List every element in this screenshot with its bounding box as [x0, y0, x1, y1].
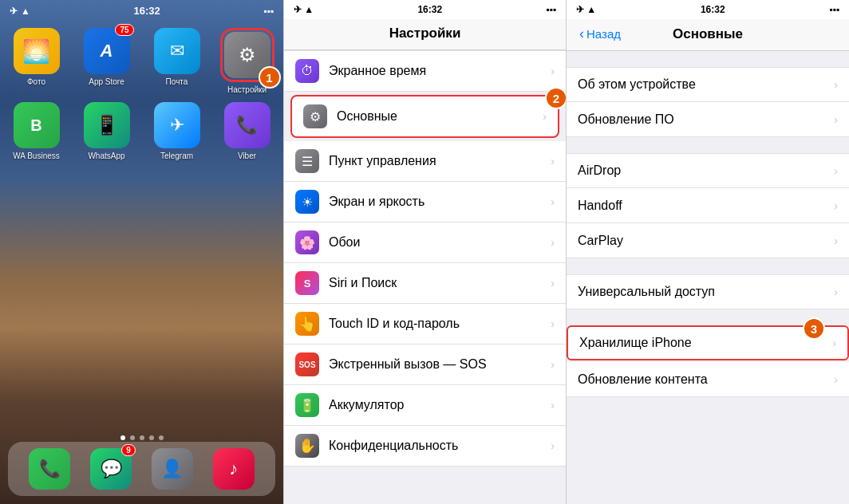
siri-label: Siri и Поиск: [329, 276, 551, 290]
photos-label: Фото: [27, 77, 45, 86]
basic-chevron: ›: [543, 110, 547, 123]
viber-label: Viber: [238, 152, 256, 160]
telegram-icon: ✈: [154, 102, 200, 148]
status-battery-p2: ▪▪▪: [546, 4, 556, 15]
settings-row-screentime[interactable]: ⏱ Экранное время ›: [284, 50, 566, 92]
app-appstore[interactable]: A 75 App Store: [79, 28, 135, 94]
control-label: Пункт управления: [329, 154, 551, 168]
dot-1: [120, 435, 125, 440]
display-chevron: ›: [551, 195, 555, 208]
phone-icon: 📞: [29, 448, 70, 490]
music-icon: ♪: [213, 448, 255, 490]
wallpaper-icon: 🌸: [295, 230, 319, 254]
update-label: Обновление ПО: [578, 112, 834, 127]
detail-row-handoff[interactable]: Handoff ›: [567, 188, 849, 223]
basic-label: Основные: [337, 109, 543, 124]
status-bar-panel2: ✈ ▲ 16:32 ▪▪▪: [284, 0, 566, 19]
app-telegram[interactable]: ✈ Telegram: [149, 102, 205, 160]
appstore-badge: 75: [115, 24, 133, 36]
update-chevron: ›: [834, 113, 838, 126]
settings-nav-bar: Настройки: [284, 19, 566, 50]
detail-row-accessibility[interactable]: Универсальный доступ ›: [567, 274, 849, 309]
dock-music[interactable]: ♪: [213, 448, 255, 490]
page-dots: [0, 435, 283, 440]
app-grid-row1: 🌅 Фото A 75 App Store ✉ Почта ⚙: [0, 20, 283, 102]
carplay-chevron: ›: [834, 234, 838, 247]
settings-row-basic[interactable]: ⚙ Основные ›: [290, 95, 559, 138]
basic-title: Основные: [673, 26, 743, 42]
back-chevron-icon: ‹: [579, 26, 584, 42]
storage-label: Хранилище iPhone: [579, 336, 832, 350]
messages-icon: 💬 9: [90, 448, 132, 490]
app-photos[interactable]: 🌅 Фото: [9, 28, 65, 94]
display-label: Экран и яркость: [329, 195, 551, 209]
dot-3: [140, 435, 144, 440]
status-right-icons: ▪▪▪: [263, 6, 274, 17]
wallpaper-label: Обои: [329, 235, 551, 250]
app-settings[interactable]: ⚙ 1 Настройки: [219, 28, 275, 94]
detail-row-update-content[interactable]: Обновление контента ›: [567, 362, 849, 397]
about-chevron: ›: [834, 78, 838, 91]
settings-row-wallpaper[interactable]: 🌸 Обои ›: [284, 222, 566, 263]
mail-icon: ✉: [154, 28, 200, 74]
appstore-icon: A 75: [84, 28, 130, 74]
status-time-p3: 16:32: [701, 4, 725, 15]
settings-row-battery[interactable]: 🔋 Аккумулятор ›: [284, 385, 566, 426]
detail-section-2: AirDrop › Handoff › CarPlay ›: [567, 153, 849, 258]
status-time-panel1: 16:32: [133, 5, 160, 17]
settings-row-sos[interactable]: SOS Экстренный вызов — SOS ›: [284, 345, 566, 385]
detail-row-carplay[interactable]: CarPlay ›: [567, 223, 849, 258]
appstore-label: App Store: [89, 77, 124, 86]
touch-label: Touch ID и код-пароль: [329, 317, 551, 331]
about-label: Об этом устройстве: [578, 77, 834, 92]
wabusiness-icon: B: [14, 102, 60, 148]
battery-chevron: ›: [551, 399, 555, 411]
photos-icon: 🌅: [14, 28, 60, 74]
basic-settings-panel: ✈ ▲ 16:32 ▪▪▪ ‹ Назад Основные Об этом у…: [567, 0, 849, 504]
battery-icon: ▪▪▪: [263, 6, 274, 17]
sos-chevron: ›: [551, 358, 555, 371]
app-wabusiness[interactable]: B WA Business: [9, 102, 65, 160]
touch-icon: 👆: [295, 312, 319, 336]
app-grid-row2: B WA Business 📱 WhatsApp ✈ Telegram 📞 Vi…: [0, 102, 283, 168]
app-viber[interactable]: 📞 Viber: [219, 102, 275, 160]
privacy-icon: ✋: [295, 434, 319, 458]
screentime-label: Экранное время: [329, 64, 551, 78]
app-whatsapp[interactable]: 📱 WhatsApp: [79, 102, 135, 160]
settings-row-control[interactable]: ☰ Пункт управления ›: [284, 141, 566, 182]
detail-row-airdrop[interactable]: AirDrop ›: [567, 153, 849, 188]
update-content-label: Обновление контента: [578, 372, 834, 387]
messages-badge: 9: [121, 444, 136, 456]
detail-row-update[interactable]: Обновление ПО ›: [567, 102, 849, 137]
sos-label: Экстренный вызов — SOS: [329, 357, 551, 372]
dot-4: [149, 435, 154, 440]
settings-row-privacy[interactable]: ✋ Конфиденциальность ›: [284, 426, 566, 467]
dock-contacts[interactable]: 👤: [152, 448, 193, 490]
detail-row-about[interactable]: Об этом устройстве ›: [567, 67, 849, 102]
settings-row-display[interactable]: ☀ Экран и яркость ›: [284, 182, 566, 222]
contacts-icon: 👤: [152, 448, 193, 490]
status-left-icons: ✈ ▲: [10, 6, 30, 17]
display-icon: ☀: [295, 190, 319, 214]
settings-panel: ✈ ▲ 16:32 ▪▪▪ Настройки ⏱ Экранное время…: [283, 0, 567, 504]
dock-phone[interactable]: 📞: [29, 448, 70, 490]
basic-nav-bar: ‹ Назад Основные: [567, 19, 849, 51]
accessibility-label: Универсальный доступ: [578, 285, 834, 299]
settings-row-siri[interactable]: S Siri и Поиск ›: [284, 263, 566, 304]
back-button[interactable]: ‹ Назад: [579, 26, 621, 42]
viber-icon: 📞: [224, 102, 270, 148]
settings-list: ⏱ Экранное время › ⚙ Основные › 2 ☰ Пунк…: [284, 50, 566, 504]
handoff-label: Handoff: [578, 199, 834, 213]
airdrop-label: AirDrop: [578, 163, 834, 178]
dock-messages[interactable]: 💬 9: [90, 448, 132, 490]
wallpaper-chevron: ›: [551, 236, 555, 249]
dot-2: [130, 435, 135, 440]
detail-section-4: Хранилище iPhone › 3 Обновление контента…: [567, 325, 849, 397]
storage-row-wrap: Хранилище iPhone › 3: [567, 325, 849, 360]
siri-icon: S: [295, 271, 319, 295]
wabusiness-label: WA Business: [13, 152, 60, 160]
app-mail[interactable]: ✉ Почта: [149, 28, 205, 94]
control-icon: ☰: [295, 149, 319, 173]
dot-5: [159, 435, 164, 440]
settings-row-touch[interactable]: 👆 Touch ID и код-пароль ›: [284, 304, 566, 345]
